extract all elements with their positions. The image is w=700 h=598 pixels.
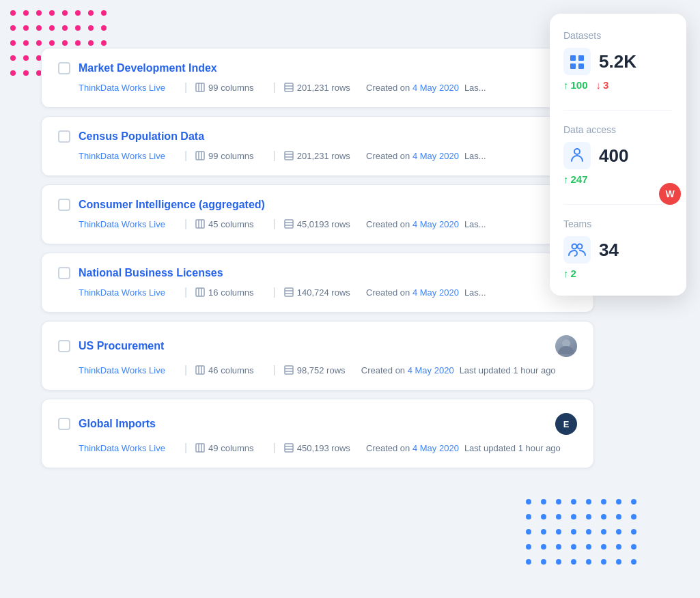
meta-divider-1: | [184,150,187,162]
svg-rect-114 [285,444,293,452]
meta-columns: 45 columns [195,219,253,229]
svg-point-15 [101,25,107,31]
svg-point-74 [556,559,561,565]
svg-point-66 [556,544,561,550]
svg-point-9 [23,25,29,31]
svg-point-75 [571,559,576,565]
dataset-checkbox-national-biz[interactable] [58,267,70,279]
stat-datasets-up: ↑ 100 [563,79,588,91]
meta-created: Created on 4 May 2020 [361,219,459,229]
svg-point-33 [23,70,29,76]
svg-point-73 [541,559,546,565]
meta-divider-1: | [184,286,187,298]
svg-point-5 [75,10,81,16]
dataset-title-row: Consumer Intelligence (aggregated) [58,199,577,211]
dataset-item-us-procurement: US ProcurementThinkData Works Live| 46 c… [41,321,594,390]
stat-datasets: Datasets 5.2K ↑ 100 ↓ 3 [563,30,673,91]
svg-point-46 [616,499,621,504]
stat-datasets-label: Datasets [563,30,673,41]
dataset-title-text[interactable]: Global Imports [79,418,156,430]
stat-datasets-down: ↓ 3 [596,79,609,91]
meta-source[interactable]: ThinkData Works Live [79,443,165,453]
meta-divider-2: | [273,150,276,162]
svg-point-70 [616,544,621,550]
dataset-meta: ThinkData Works Live| 46 columns| 98,752… [79,364,577,376]
svg-point-54 [616,514,621,519]
dataset-title-text[interactable]: Census Population Data [79,130,204,143]
svg-point-72 [526,559,531,565]
meta-divider-1: | [184,218,187,230]
meta-columns: 46 columns [195,365,253,375]
meta-source[interactable]: ThinkData Works Live [79,365,165,375]
svg-point-68 [586,544,591,550]
svg-point-6 [88,10,94,16]
meta-created: Created on 4 May 2020 [356,365,454,375]
stat-datasets-value: 5.2K [599,51,636,72]
meta-divider-2: | [273,442,276,454]
svg-point-121 [574,149,580,154]
svg-point-48 [526,514,531,519]
svg-point-24 [10,55,16,61]
dataset-title-text[interactable]: National Business Licenses [79,267,223,279]
meta-source[interactable]: ThinkData Works Live [79,219,165,229]
svg-point-123 [578,244,583,249]
svg-rect-105 [196,366,204,374]
svg-point-60 [586,529,591,535]
svg-point-21 [75,40,81,46]
dataset-item-market-dev: Market Development IndexThinkData Works … [41,48,594,108]
datasets-icon [563,48,591,75]
dataset-title-row: Global ImportsE [58,413,577,435]
meta-divider-2: | [273,364,276,376]
meta-created: Created on 4 May 2020 [361,287,459,298]
svg-point-56 [526,529,531,535]
svg-rect-111 [196,444,204,452]
meta-source[interactable]: ThinkData Works Live [79,287,165,298]
svg-point-42 [556,499,561,504]
svg-point-7 [101,10,107,16]
dataset-list: Market Development IndexThinkData Works … [41,48,594,476]
svg-point-63 [631,529,636,535]
meta-updated: Last updated 1 hour ago [460,365,556,375]
svg-point-69 [601,544,606,550]
dataset-avatar: E [555,413,577,435]
svg-point-76 [586,559,591,565]
dataset-title-text[interactable]: Consumer Intelligence (aggregated) [79,199,265,211]
dataset-checkbox-consumer-intel[interactable] [58,199,70,211]
dataset-checkbox-census-pop[interactable] [58,130,70,143]
meta-updated-truncated: Las... [464,219,486,229]
svg-point-8 [10,25,16,31]
svg-rect-108 [285,366,293,374]
dataset-checkbox-us-procurement[interactable] [58,340,70,352]
svg-point-51 [571,514,576,519]
dataset-checkbox-global-imports[interactable] [58,418,70,430]
svg-point-79 [631,559,636,565]
dataset-title-text[interactable]: US Procurement [79,340,164,352]
meta-source[interactable]: ThinkData Works Live [79,151,165,161]
meta-source[interactable]: ThinkData Works Live [79,83,165,93]
svg-point-78 [616,559,621,565]
svg-point-50 [556,514,561,519]
svg-point-12 [62,25,68,31]
stat-access-value: 400 [599,145,628,167]
meta-updated: Last updated 1 hour ago [464,443,561,453]
svg-point-64 [526,544,531,550]
meta-columns: 99 columns [195,151,253,161]
meta-rows: 98,752 rows [284,365,346,375]
svg-point-53 [601,514,606,519]
dataset-title-row: National Business Licenses [58,267,577,279]
dataset-checkbox-market-dev[interactable] [58,62,70,74]
dataset-title-text[interactable]: Market Development Index [79,62,217,74]
meta-divider-1: | [184,364,187,376]
svg-point-59 [571,529,576,535]
meta-divider-1: | [184,442,187,454]
meta-rows: 201,231 rows [284,83,350,93]
svg-rect-92 [196,220,204,228]
meta-rows: 45,0193 rows [284,219,350,229]
meta-columns: 49 columns [195,443,253,453]
svg-point-14 [88,25,94,31]
svg-point-22 [88,40,94,46]
svg-point-0 [10,10,16,16]
svg-rect-118 [578,55,584,61]
decorative-dots-bottom [522,496,645,578]
svg-point-55 [631,514,636,519]
